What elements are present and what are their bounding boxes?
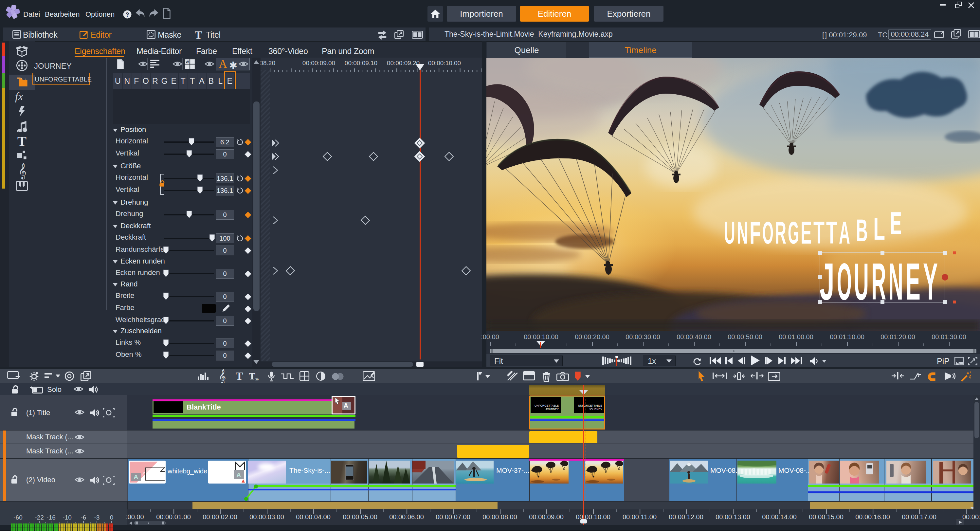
svg-text:T: T	[826, 215, 837, 250]
svg-text:T: T	[813, 215, 824, 250]
svg-text:JOURNEY: JOURNEY	[545, 408, 559, 411]
svg-text:N: N	[737, 215, 748, 250]
svg-text:E: E	[801, 215, 812, 250]
svg-text:B: B	[856, 213, 868, 248]
svg-text:E: E	[890, 205, 902, 241]
svg-text:O: O	[837, 252, 852, 311]
svg-text:O: O	[762, 215, 773, 250]
svg-text:U: U	[724, 215, 735, 250]
svg-text:?: ?	[126, 11, 129, 18]
svg-text:A: A	[839, 215, 850, 250]
svg-text:G: G	[788, 215, 799, 250]
svg-text:E: E	[906, 252, 920, 311]
svg-text:UNFORGETTABLE: UNFORGETTABLE	[535, 404, 559, 407]
svg-text:L: L	[873, 211, 885, 246]
svg-text:W: W	[186, 60, 189, 64]
svg-text:F: F	[749, 215, 761, 250]
svg-text:UNFORGETTABLE: UNFORGETTABLE	[578, 404, 602, 407]
svg-text:JOURNEY: JOURNEY	[589, 408, 602, 411]
svg-text:R: R	[775, 215, 786, 250]
svg-text:N: N	[888, 252, 903, 311]
svg-text:Y: Y	[923, 252, 938, 311]
svg-text:U: U	[854, 252, 869, 311]
